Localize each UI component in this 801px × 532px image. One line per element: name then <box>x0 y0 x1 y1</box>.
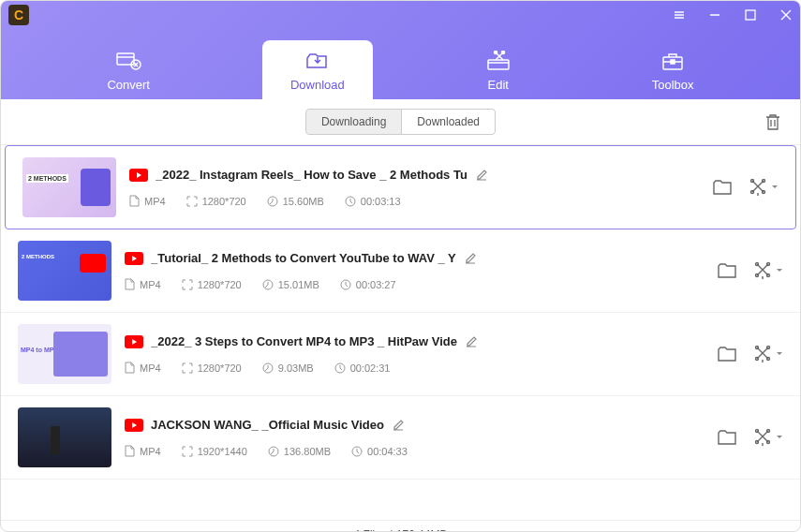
youtube-icon <box>125 335 143 348</box>
list-item[interactable]: JACKSON WANG_ _Official Music Video MP4 … <box>1 396 800 480</box>
tab-label: Convert <box>107 78 150 92</box>
thumbnail <box>18 407 111 467</box>
format-meta: MP4 <box>125 278 161 290</box>
convert-action-button[interactable] <box>753 429 783 446</box>
item-title: JACKSON WANG_ _Official Music Video <box>151 418 384 432</box>
svg-point-20 <box>763 180 765 183</box>
svg-point-34 <box>767 358 770 361</box>
youtube-icon <box>129 169 148 182</box>
toolbox-icon <box>660 50 686 72</box>
duration-meta: 00:03:27 <box>340 279 396 290</box>
resolution-meta: 1280*720 <box>186 196 246 207</box>
duration-meta: 00:04:33 <box>351 446 408 457</box>
svg-point-32 <box>767 347 770 349</box>
item-title: _2022_ Instagram Reels_ How to Save _ 2 … <box>156 168 467 182</box>
tab-download[interactable]: Download <box>262 40 373 99</box>
open-folder-button[interactable] <box>713 180 732 195</box>
size-meta: 15.01MB <box>262 279 319 290</box>
menu-icon[interactable] <box>673 8 686 22</box>
tab-convert[interactable]: Convert <box>79 40 178 99</box>
segment-downloaded[interactable]: Downloaded <box>402 109 496 135</box>
open-folder-button[interactable] <box>718 430 736 445</box>
duration-meta: 00:02:31 <box>334 362 391 374</box>
maximize-button[interactable] <box>744 8 757 22</box>
resolution-meta: 1280*720 <box>182 362 242 374</box>
resolution-meta: 1920*1440 <box>182 446 247 457</box>
thumbnail <box>22 157 116 217</box>
open-folder-button[interactable] <box>718 347 736 362</box>
svg-point-38 <box>767 430 770 433</box>
convert-action-button[interactable] <box>753 346 783 362</box>
list-item[interactable]: _2022_ Instagram Reels_ How to Save _ 2 … <box>5 145 796 229</box>
edit-icon <box>485 50 512 72</box>
duration-meta: 00:03:13 <box>345 196 401 207</box>
edit-title-button[interactable] <box>392 419 405 432</box>
svg-point-28 <box>767 274 770 277</box>
list-item[interactable]: _Tutorial_ 2 Methods to Convert YouTube … <box>1 229 800 313</box>
youtube-icon <box>125 252 143 265</box>
size-meta: 15.60MB <box>267 196 324 207</box>
item-title: _Tutorial_ 2 Methods to Convert YouTube … <box>151 251 456 265</box>
svg-rect-10 <box>488 60 509 69</box>
minimize-button[interactable] <box>708 8 721 22</box>
tab-label: Edit <box>488 78 509 92</box>
open-folder-button[interactable] <box>718 263 736 278</box>
thumbnail <box>18 241 111 301</box>
convert-action-button[interactable] <box>753 262 783 279</box>
tab-label: Download <box>290 78 345 92</box>
svg-point-40 <box>767 441 770 444</box>
svg-point-13 <box>501 52 504 54</box>
footer-summary: 4 Files | 176.44MB <box>1 520 800 532</box>
thumbnail <box>18 324 111 384</box>
trash-button[interactable] <box>764 112 781 131</box>
convert-action-button[interactable] <box>749 179 779 196</box>
size-meta: 9.03MB <box>262 362 314 374</box>
resolution-meta: 1280*720 <box>182 279 242 290</box>
list-item[interactable]: _2022_ 3 Steps to Convert MP4 to MP3 _ H… <box>1 313 800 396</box>
edit-title-button[interactable] <box>475 169 488 182</box>
svg-point-12 <box>494 52 497 54</box>
segment-downloading[interactable]: Downloading <box>305 109 402 135</box>
svg-point-26 <box>767 263 770 266</box>
edit-title-button[interactable] <box>465 335 478 348</box>
download-list: _2022_ Instagram Reels_ How to Save _ 2 … <box>1 145 800 520</box>
svg-rect-4 <box>746 10 755 20</box>
tab-toolbox[interactable]: Toolbox <box>624 40 722 99</box>
download-icon <box>304 50 331 72</box>
tab-label: Toolbox <box>652 78 694 92</box>
edit-title-button[interactable] <box>464 252 477 265</box>
convert-icon <box>115 50 141 72</box>
svg-point-22 <box>763 191 765 194</box>
item-title: _2022_ 3 Steps to Convert MP4 to MP3 _ H… <box>151 334 457 348</box>
size-meta: 136.80MB <box>268 446 331 457</box>
svg-rect-16 <box>671 60 675 64</box>
format-meta: MP4 <box>125 445 161 457</box>
youtube-icon <box>125 419 143 432</box>
format-meta: MP4 <box>125 362 161 374</box>
app-logo: C <box>8 5 29 25</box>
tab-edit[interactable]: Edit <box>457 40 540 99</box>
close-button[interactable] <box>779 8 793 22</box>
format-meta: MP4 <box>129 195 166 207</box>
